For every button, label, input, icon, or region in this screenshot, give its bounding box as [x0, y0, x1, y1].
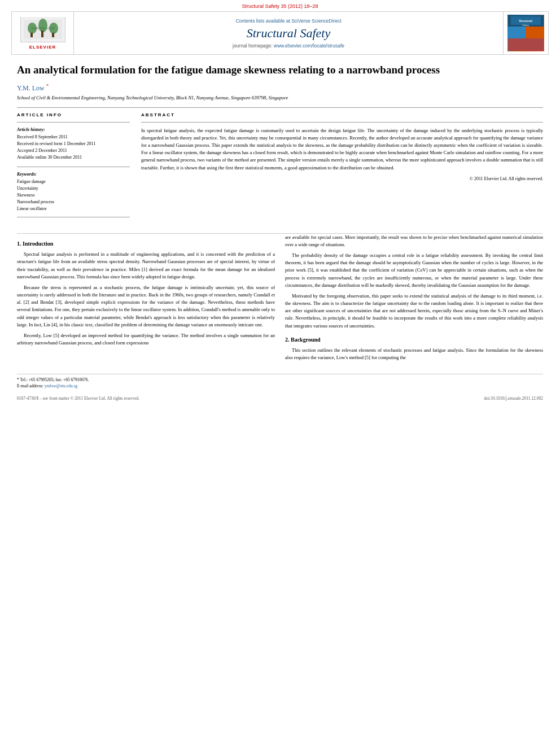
footnote-email: E-mail address: ymlow@ntu.edu.sg — [17, 383, 543, 388]
author-affiliation: School of Civil & Environmental Engineer… — [17, 95, 543, 101]
body-p3: Recently, Low [5] developed an improved … — [17, 332, 275, 347]
svg-point-5 — [49, 23, 58, 34]
keyword-4: Narrowband process — [17, 199, 130, 206]
footnote-area: * Tel.: +65 67905265; fax: +65 67910676.… — [17, 374, 543, 388]
copyright: © 2011 Elsevier Ltd. All rights reserved… — [141, 176, 543, 181]
svg-point-3 — [28, 23, 37, 34]
svg-rect-11 — [508, 27, 526, 38]
cover-image: Structural Safety — [508, 15, 544, 51]
divider-end-info — [17, 217, 130, 217]
available-date: Available online 30 December 2011 — [17, 154, 130, 161]
doi-text: doi:10.1016/j.strusafe.2011.12.002 — [484, 396, 543, 401]
svg-rect-8 — [52, 33, 54, 37]
author-name: Y.M. Low * — [17, 83, 543, 93]
keyword-2: Uncertainty — [17, 185, 130, 192]
keywords-section: Keywords: Fatigue damage Uncertainty Ske… — [17, 172, 130, 212]
received-date: Received 8 September 2011 — [17, 134, 130, 141]
body-p1: Spectral fatigue analysis is performed i… — [17, 251, 275, 281]
section2-heading: 2. Background — [285, 335, 543, 344]
body-r-p3: Motivated by the foregoing observation, … — [285, 292, 543, 330]
revised-date: Received in revised form 1 December 2011 — [17, 141, 130, 147]
journal-homepage: journal homepage: www.elsevier.com/locat… — [233, 43, 344, 49]
accepted-date: Accepted 2 December 2011 — [17, 147, 130, 154]
article-title: An analytical formulation for the fatigu… — [17, 63, 543, 77]
info-abstract-section: ARTICLE INFO Article history: Received 8… — [17, 112, 543, 222]
journal-citation: Structural Safety 35 (2012) 18–28 — [0, 0, 560, 11]
article-info-label: ARTICLE INFO — [17, 112, 130, 117]
abstract-column: ABSTRACT In spectral fatigue analysis, t… — [141, 112, 543, 222]
sciverse-link: Contents lists available at SciVerse Sci… — [235, 18, 341, 24]
elsevier-text: ELSEVIER — [29, 45, 56, 50]
svg-text:Structural: Structural — [519, 19, 532, 23]
article-info-column: ARTICLE INFO Article history: Received 8… — [17, 112, 130, 222]
sciverse-text[interactable]: SciVerse ScienceDirect — [291, 18, 341, 24]
svg-rect-12 — [526, 27, 544, 38]
body-r-p4: This section outlines the relevant eleme… — [285, 347, 543, 361]
email-link[interactable]: ymlow@ntu.edu.sg — [45, 383, 78, 388]
divider-1 — [17, 107, 543, 108]
svg-point-4 — [38, 19, 47, 32]
section1-heading: 1. Introduction — [17, 239, 275, 248]
article-content: An analytical formulation for the fatigu… — [0, 55, 560, 233]
citation-text: Structural Safety 35 (2012) 18–28 — [242, 3, 318, 9]
body-p2: Because the stress is represented as a s… — [17, 284, 275, 329]
elsevier-image: ELSEVIER LOGO — [20, 17, 65, 42]
body-column-left: 1. Introduction Spectral fatigue analysi… — [17, 234, 275, 365]
main-body: 1. Introduction Spectral fatigue analysi… — [0, 234, 560, 365]
keywords-label: Keywords: — [17, 172, 130, 177]
journal-cover-thumbnail: Structural Safety — [503, 12, 548, 54]
history-label: Article history: — [17, 127, 130, 132]
footnote-tel: * Tel.: +65 67905265; fax: +65 67910676. — [17, 377, 543, 382]
keyword-3: Skewness — [17, 192, 130, 199]
elsevier-logo-area: ELSEVIER LOGO ELSEVIER — [12, 12, 74, 54]
journal-center-header: Contents lists available at SciVerse Sci… — [74, 12, 503, 54]
issn-text: 0167-4730/$ – see front matter © 2011 El… — [17, 396, 139, 401]
divider-keywords — [17, 167, 130, 167]
elsevier-logo: ELSEVIER LOGO ELSEVIER — [20, 17, 65, 50]
body-r-p1: are available for special cases. More im… — [285, 234, 543, 248]
keyword-1: Fatigue damage — [17, 178, 130, 185]
svg-rect-13 — [508, 38, 544, 51]
article-history: Article history: Received 8 September 20… — [17, 127, 130, 161]
journal-name-display: Structural Safety — [247, 26, 330, 41]
abstract-text: In spectral fatigue analysis, the expect… — [141, 127, 543, 172]
bottom-bar: 0167-4730/$ – see front matter © 2011 El… — [0, 393, 560, 404]
abstract-label: ABSTRACT — [141, 112, 543, 117]
body-column-right: are available for special cases. More im… — [285, 234, 543, 365]
author-marker: * — [46, 83, 49, 89]
svg-text:Safety: Safety — [522, 24, 528, 27]
homepage-url[interactable]: www.elsevier.com/locate/strusafe — [274, 43, 344, 49]
divider-abstract — [141, 122, 543, 123]
svg-rect-6 — [30, 33, 33, 37]
svg-rect-7 — [41, 30, 43, 37]
keyword-5: Linear oscillator — [17, 206, 130, 212]
journal-header: ELSEVIER LOGO ELSEVIER Contents lists av… — [11, 11, 549, 55]
divider-info — [17, 122, 130, 123]
body-r-p2: The probability density of the damage oc… — [285, 252, 543, 289]
